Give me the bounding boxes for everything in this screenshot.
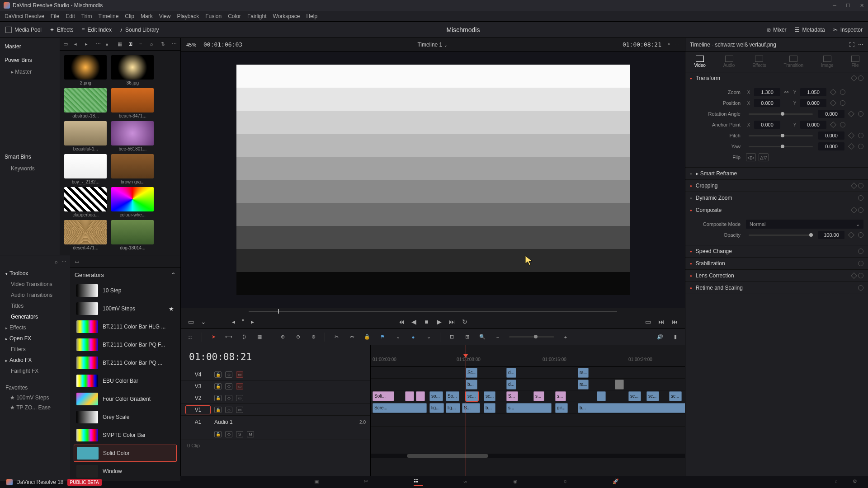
inspector-tab-effects[interactable]: Effects xyxy=(752,56,766,68)
keyframe-button[interactable] xyxy=(848,111,854,117)
fx-generator-item[interactable]: EBU Color Bar xyxy=(74,372,177,389)
smart-bin-keywords[interactable]: Keywords xyxy=(5,164,55,174)
inspector-tab-audio[interactable]: Audio xyxy=(723,56,735,68)
keyframe-button[interactable] xyxy=(830,89,836,95)
timeline-clip[interactable]: Sc... xyxy=(466,368,477,378)
anchor-y-input[interactable] xyxy=(800,121,826,129)
track-v3-header[interactable]: V3🔒◇▭ xyxy=(181,380,370,392)
track-v2-header[interactable]: V2🔒◇▭ xyxy=(181,392,370,404)
keyframe-button[interactable] xyxy=(851,75,857,81)
timeline-clip[interactable]: So... xyxy=(446,391,459,401)
media-pool-toggle[interactable]: Media Pool xyxy=(5,27,42,33)
auto-select-icon[interactable]: ◇ xyxy=(225,431,232,437)
timeline-clip[interactable]: Scre... xyxy=(373,403,427,413)
media-clip[interactable]: bee-561801... xyxy=(111,121,154,151)
meters-icon[interactable]: ▮ xyxy=(671,333,679,341)
mute-icon[interactable]: 🔊 xyxy=(656,333,664,341)
reset-button[interactable] xyxy=(858,75,863,81)
dynamic-trim-tool[interactable]: ⟨⟩ xyxy=(240,333,248,341)
menu-file[interactable]: File xyxy=(51,13,59,19)
timeline-clip[interactable]: lig... xyxy=(429,403,444,413)
chevron-down-icon[interactable]: ⌄ xyxy=(444,43,448,47)
fav-tpzo[interactable]: ★ TP ZO... Ease xyxy=(4,403,66,413)
keyframe-button[interactable] xyxy=(851,207,857,213)
pitch-slider[interactable] xyxy=(749,135,813,136)
keyframe-button[interactable] xyxy=(830,100,836,106)
collapse-icon[interactable]: ⌃ xyxy=(171,272,176,278)
zoom-fit-icon[interactable]: ⊡ xyxy=(448,333,456,341)
track-v3-row[interactable]: b... d... ra... xyxy=(371,379,685,390)
link-icon[interactable]: ⚯ xyxy=(783,89,789,95)
timeline-clip[interactable]: gir... xyxy=(555,403,568,413)
media-clip[interactable]: abstract-18... xyxy=(64,88,107,118)
mixer-toggle[interactable]: ⎚Mixer xyxy=(767,27,786,33)
match-frame-icon[interactable]: ⏭ xyxy=(657,317,666,326)
edit-index-toggle[interactable]: ≡Edit Index xyxy=(82,27,112,33)
media-page-button[interactable]: ▣ xyxy=(314,479,323,486)
grid-view-icon[interactable]: ⊞ xyxy=(128,41,135,47)
home-button[interactable]: ⌂ xyxy=(835,479,844,486)
reset-button[interactable] xyxy=(858,195,863,201)
zoom-out-icon[interactable]: − xyxy=(494,333,502,341)
menu-playback[interactable]: Playback xyxy=(177,13,199,19)
effects-toggle[interactable]: ✦Effects xyxy=(50,27,73,33)
lock-icon[interactable]: 🔒 xyxy=(214,407,222,413)
fx-generator-item[interactable]: Grey Scale xyxy=(74,408,177,426)
fx-layout-icon[interactable]: ▭ xyxy=(75,258,81,265)
timeline-body[interactable]: 01:00:00:00 01:00:08:00 01:00:16:00 01:0… xyxy=(371,345,685,476)
blade-tool[interactable]: ▦ xyxy=(255,333,264,341)
stop-button[interactable]: ■ xyxy=(422,317,431,326)
back-icon[interactable]: ◂ xyxy=(74,41,80,47)
opacity-slider[interactable] xyxy=(749,235,813,236)
fairlight-page-button[interactable]: ♫ xyxy=(563,479,572,486)
prev-edit-icon[interactable]: ◂ xyxy=(229,317,238,326)
timeline-scrollbar[interactable] xyxy=(371,454,685,458)
rotation-input[interactable] xyxy=(818,110,844,118)
fx-generator-item[interactable]: Window xyxy=(74,463,177,480)
keyframe-button[interactable] xyxy=(851,272,857,279)
fullscreen-icon[interactable]: ▭ xyxy=(643,317,652,326)
edit-page-button[interactable]: ☷ xyxy=(414,479,423,486)
star-icon[interactable]: ★ xyxy=(169,305,174,312)
zoom-detail-icon[interactable]: ⊞ xyxy=(463,333,471,341)
timeline-clip[interactable]: b... xyxy=(484,403,495,413)
track-a1-header[interactable]: A1Audio 12.0 xyxy=(181,416,370,428)
search-icon[interactable]: ⌕ xyxy=(150,41,156,47)
insert-icon[interactable]: ⊕ xyxy=(278,333,287,341)
menu-color[interactable]: Color xyxy=(228,13,241,19)
timeline-clip[interactable]: ra... xyxy=(578,368,589,378)
sound-library-toggle[interactable]: ♪Sound Library xyxy=(120,27,159,33)
inspector-tab-transition[interactable]: Transition xyxy=(783,56,803,68)
insp-more-icon[interactable]: ⋯ xyxy=(858,42,863,48)
flip-h-button[interactable]: ◁▷ xyxy=(746,153,756,161)
menu-fusion[interactable]: Fusion xyxy=(205,13,222,19)
track-a1-row[interactable] xyxy=(371,414,685,427)
close-button[interactable]: ✕ xyxy=(859,3,864,8)
marker-dropdown-icon[interactable]: ⌄ xyxy=(425,333,433,341)
timeline-clip[interactable] xyxy=(615,380,624,389)
fx-video-transitions[interactable]: Video Transitions xyxy=(4,279,66,290)
fx-audiofx[interactable]: Audio FX xyxy=(4,355,66,366)
inspector-tab-file[interactable]: File xyxy=(851,56,859,68)
reset-button[interactable] xyxy=(858,285,863,291)
track-v4-row[interactable]: Sc... d... ra... xyxy=(371,367,685,379)
media-clip[interactable]: boy_-_2182... xyxy=(64,154,107,184)
timeline-clip[interactable]: S... xyxy=(462,403,480,413)
timeline-clip[interactable]: sc... xyxy=(646,391,659,401)
reset-button[interactable] xyxy=(858,261,863,266)
viewer-more-icon[interactable]: ⋯ xyxy=(675,42,679,47)
reset-button[interactable] xyxy=(840,122,845,127)
keyframe-button[interactable] xyxy=(848,232,854,238)
media-clip[interactable]: beautiful-1... xyxy=(64,121,107,151)
disable-icon[interactable]: ▭ xyxy=(236,371,243,378)
fx-search-icon[interactable]: ⌕ xyxy=(55,259,58,268)
cropping-header[interactable]: Cropping xyxy=(685,180,868,192)
pos-y-input[interactable] xyxy=(800,99,826,107)
inspector-tab-image[interactable]: Image xyxy=(821,56,834,68)
auto-select-icon[interactable]: ◇ xyxy=(225,395,232,401)
timeline-clip-selected[interactable]: sc... xyxy=(466,391,478,401)
retime-header[interactable]: Retime and Scaling xyxy=(685,282,868,294)
timeline-clip[interactable]: d... xyxy=(506,368,516,378)
fx-generator-item[interactable]: Four Color Gradient xyxy=(74,390,177,408)
reset-button[interactable] xyxy=(858,133,863,138)
